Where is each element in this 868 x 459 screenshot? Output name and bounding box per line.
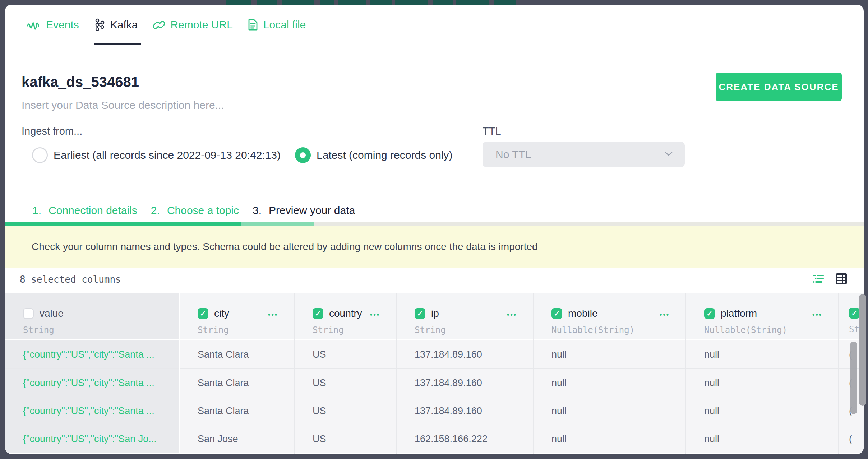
column-name: value [40,308,64,319]
table-cell: 137.184.89.160 [397,397,533,425]
table-cell: {"country":"US","city":"Santa ... [5,397,179,425]
table-cell: null [686,340,838,368]
progress-remaining-segment [314,222,864,226]
step-label: Choose a topic [167,204,239,217]
chevron-down-icon [665,151,673,158]
column-checkbox[interactable]: ✓ [704,308,715,319]
column-type: Nullable(String) [704,325,838,335]
step-choose-topic[interactable]: 2. Choose a topic [151,204,239,217]
selected-columns-count: 8 selected columns [20,274,121,285]
radio-label: Latest (coming records only) [317,149,453,161]
link-icon [153,19,165,31]
column-name: mobile [568,308,597,319]
datasource-name[interactable]: kafka_ds_534681 [22,74,139,90]
column-type: String [415,325,533,335]
wizard-progress-bar [5,222,864,226]
datasource-description-input[interactable]: Insert your Data Source description here… [22,99,224,111]
table-cell: null [534,368,685,397]
radio-icon[interactable] [32,147,48,163]
column-type: String [198,325,294,335]
table-cell: {"country":"US","city":"Santa ... [5,368,179,397]
tab-label: Events [46,19,79,31]
wizard-steps: 1. Connection details 2. Choose a topic … [32,204,355,217]
column-checkbox[interactable]: ✓ [415,308,425,319]
ingest-from-label: Ingest from... [22,125,82,137]
step-label: Connection details [49,204,137,217]
table-cell: 137.184.89.160 [397,340,533,368]
column-mobile: ✓mobile•••Nullable(String)nullnullnullnu… [533,293,685,454]
table-cell: Santa Clara [180,397,294,425]
ttl-select[interactable]: No TTL [483,142,685,167]
column-name: city [214,308,229,319]
table-cell: US [295,397,396,425]
column-header: ✓city•••String [180,293,294,340]
column-header: ✓mobile•••Nullable(String) [534,293,685,340]
create-data-source-button[interactable]: CREATE DATA SOURCE [716,73,842,101]
column-menu-icon[interactable]: ••• [660,311,670,318]
list-view-icon[interactable] [813,273,824,284]
preview-table: valueString{"country":"US","city":"Santa… [5,293,864,454]
column-name: country [329,308,362,319]
radio-latest[interactable]: Latest (coming records only) [295,147,453,163]
step-number: 1. [32,204,41,217]
file-icon [248,19,258,31]
column-name: platform [721,308,757,319]
column-checkbox[interactable]: ✓ [198,308,208,319]
page-vertical-scrollbar[interactable] [859,294,866,406]
grid-view-icon[interactable] [836,273,847,284]
table-cell: null [534,425,685,453]
column-menu-icon[interactable]: ••• [507,311,517,318]
table-cell: null [686,397,838,425]
table-vertical-scrollbar[interactable] [850,342,857,414]
table-cell: US [295,368,396,397]
active-tab-underline [94,43,141,45]
column-type: String [23,325,179,335]
table-cell: Santa Clara [180,340,294,368]
table-cell: {"country":"US","city":"San Jo... [5,425,179,453]
column-value: valueString{"country":"US","city":"Santa… [5,293,179,454]
column-city: ✓city•••StringSanta ClaraSanta ClaraSant… [179,293,294,454]
column-header: ✓platform•••Nullable(String) [686,293,838,340]
column-menu-icon[interactable]: ••• [370,311,380,318]
page-background: Events Kafka [0,0,868,459]
radio-icon[interactable] [295,147,311,163]
step-number: 3. [253,204,262,217]
column-checkbox[interactable]: ✓ [849,308,860,319]
column-type: Nullable(String) [551,325,685,335]
tab-label: Local file [263,19,306,31]
tab-remote-url[interactable]: Remote URL [153,19,232,31]
step-label: Preview your data [269,204,355,217]
table-cell: null [534,340,685,368]
column-name: ip [431,308,439,319]
source-type-tabbar: Events Kafka [5,5,864,45]
schema-warning-banner: Check your column names and types. Schem… [5,226,864,268]
column-checkbox[interactable]: ✓ [313,308,323,319]
table-cell: 162.158.166.222 [397,425,533,453]
banner-message: Check your column names and types. Schem… [32,241,538,252]
tab-events[interactable]: Events [27,19,79,31]
column-country: ✓country•••StringUSUSUSUS [294,293,396,454]
table-cell: US [295,340,396,368]
radio-earliest[interactable]: Earliest (all records since 2022-09-13 2… [32,147,281,163]
table-cell: null [686,368,838,397]
tab-label: Kafka [110,19,138,31]
column-menu-icon[interactable]: ••• [812,311,822,318]
column-checkbox[interactable] [23,308,34,319]
create-datasource-modal: Events Kafka [5,5,864,454]
table-cell: 137.184.89.160 [397,368,533,397]
tab-local-file[interactable]: Local file [248,19,306,31]
table-cell: {"country":"US","city":"Santa ... [5,340,179,368]
ttl-selected-value: No TTL [495,148,665,161]
tab-label: Remote URL [170,19,232,31]
step-connection-details[interactable]: 1. Connection details [32,204,137,217]
tab-kafka[interactable]: Kafka [94,18,138,31]
table-cell: null [686,425,838,453]
waveform-icon [27,19,41,31]
column-menu-icon[interactable]: ••• [268,311,278,318]
table-cell: Santa Clara [180,368,294,397]
column-header: ✓country•••String [295,293,396,340]
column-checkbox[interactable]: ✓ [551,308,562,319]
table-cell: US [295,425,396,453]
column-header: ✓ip•••String [397,293,533,340]
step-preview-data[interactable]: 3. Preview your data [253,204,355,217]
